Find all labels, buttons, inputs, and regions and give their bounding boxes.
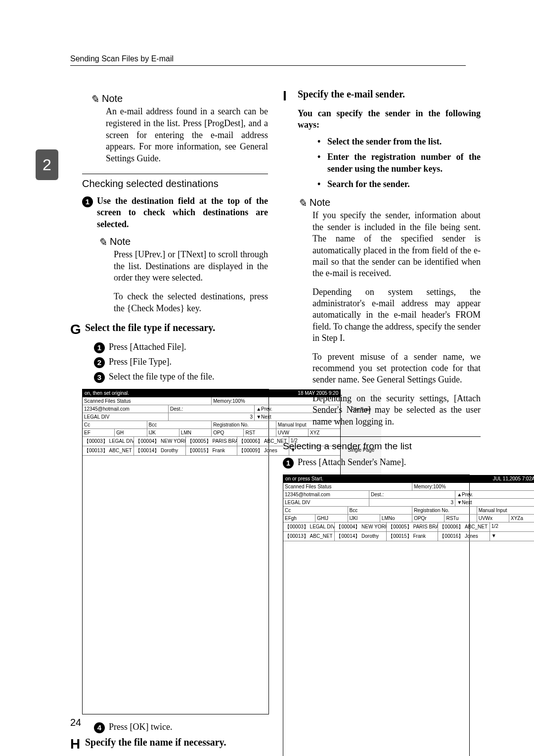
divider xyxy=(82,174,268,174)
subheading: Selecting a sender from the list xyxy=(283,441,481,452)
device-screenshot: on or press Start.JUL 11,2005 7:02AM Sca… xyxy=(283,474,470,756)
step-number-icon: 4 xyxy=(94,722,105,733)
list-item-text: Press [File Type]. xyxy=(109,356,268,368)
step-title: Specify the e-mail sender. xyxy=(298,88,481,104)
note-body: If you specify the sender, information a… xyxy=(312,210,481,279)
right-column: I Specify the e-mail sender. You can spe… xyxy=(283,88,481,756)
note-body: Press [UPrev.] or [TNext] to scroll thro… xyxy=(114,249,268,284)
note-label: Note xyxy=(298,196,481,209)
note-body: Depending on the security settings, [Att… xyxy=(312,393,481,427)
note-body: To prevent misuse of a sender name, we r… xyxy=(312,351,481,386)
note-body: An e-mail address found in a search can … xyxy=(106,106,268,165)
list-item-text: Press [OK] twice. xyxy=(109,721,268,733)
list-item-text: Press [Attached File]. xyxy=(109,341,268,353)
chapter-tab: 2 xyxy=(36,149,58,180)
step-letter: H xyxy=(70,736,85,752)
procedure-step: H Specify the file name if necessary. xyxy=(70,736,268,752)
list-item-text: Select the file type of the file. xyxy=(109,371,268,382)
note-body: To check the selected destinations, pres… xyxy=(114,291,268,315)
list-item-text: Press [Attach Sender's Name]. xyxy=(298,457,481,468)
step-number-icon: 1 xyxy=(94,342,105,353)
bullet-list: Select the sender from the list. Enter t… xyxy=(298,136,481,190)
step-number-icon: 1 xyxy=(82,196,93,207)
step-number-icon: 3 xyxy=(94,372,105,383)
device-screenshot: on, then set original.18 MAY 2005 9:20 S… xyxy=(82,389,269,714)
step-letter: G xyxy=(70,322,85,337)
step-title: Select the file type if necessary. xyxy=(85,322,268,337)
step-letter: I xyxy=(283,88,298,104)
note-label: Note xyxy=(90,92,268,105)
procedure-step: G Select the file type if necessary. xyxy=(70,322,268,337)
running-header: Sending Scan Files by E-mail xyxy=(70,54,466,66)
step-title: Specify the file name if necessary. xyxy=(85,736,268,752)
page-number: 24 xyxy=(70,717,81,728)
procedure-step: I Specify the e-mail sender. xyxy=(283,88,481,104)
bullet-item: Search for the sender. xyxy=(317,179,481,190)
step-number-icon: 2 xyxy=(94,357,105,368)
bullet-item: Select the sender from the list. xyxy=(317,136,481,147)
bullet-item: Enter the registration number of the sen… xyxy=(317,151,481,175)
subheading: Checking selected destinations xyxy=(82,178,268,189)
note-label: Note xyxy=(98,235,268,248)
step-subtext: You can specify the sender in the follow… xyxy=(298,108,481,131)
step-number-icon: 1 xyxy=(283,458,294,469)
left-column: Note An e-mail address found in a search… xyxy=(70,87,268,756)
list-item: 1 Use the destination field at the top o… xyxy=(82,195,268,230)
list-item-text: Use the destination field at the top of … xyxy=(97,195,268,230)
note-body: Depending on system settings, the admini… xyxy=(312,286,481,344)
list-item: 1 Press [Attach Sender's Name]. xyxy=(283,457,481,469)
divider xyxy=(283,436,481,437)
